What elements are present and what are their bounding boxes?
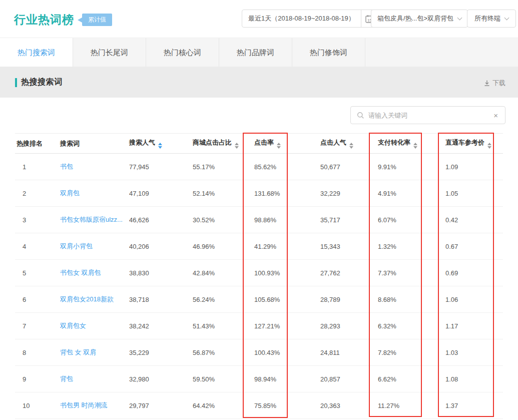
- sort-icon[interactable]: [235, 143, 239, 149]
- top-header: 行业热词榜 累计值 最近1天（2018-08-19~2018-08-19） 15…: [0, 0, 518, 38]
- keyword-link[interactable]: 双肩包: [60, 189, 80, 197]
- cell-keyword: 双肩包女2018新款: [60, 286, 129, 313]
- keyword-link[interactable]: 背包 女 双肩: [60, 348, 96, 356]
- tab-1[interactable]: 热门长尾词: [73, 38, 146, 67]
- date-range-picker[interactable]: 最近1天（2018-08-19~2018-08-19） 15: [242, 10, 378, 28]
- chevron-down-icon: [504, 15, 509, 20]
- tab-0[interactable]: 热门搜索词: [0, 38, 73, 67]
- keyword-link[interactable]: 书包女韩版原宿ulzz...: [60, 216, 123, 223]
- terminal-text: 所有终端: [474, 14, 500, 23]
- table-row: 4双肩小背包40,20646.96%41.29%15,3431.32%0.67: [15, 233, 503, 260]
- cell-ztc_price: 1.05: [445, 180, 503, 207]
- cell-keyword: 书包男 时尚潮流: [60, 392, 129, 419]
- cell-search_volume: 38,830: [129, 260, 193, 286]
- column-header-mall_click_ratio[interactable]: 商城点击占比: [193, 134, 254, 154]
- cell-pay_conversion: 7.37%: [378, 260, 445, 286]
- cell-click_rate: 98.94%: [254, 366, 320, 392]
- keyword-link[interactable]: 双肩包女: [60, 322, 86, 329]
- cell-search_volume: 38,242: [129, 313, 193, 339]
- cell-search_volume: 35,229: [129, 339, 193, 366]
- cell-keyword: 书包: [60, 154, 129, 180]
- cell-ztc_price: 1.09: [445, 154, 503, 180]
- column-label: 搜索人气: [129, 139, 155, 146]
- date-range-text: 最近1天（2018-08-19~2018-08-19）: [242, 10, 361, 27]
- cell-click_rate: 41.29%: [254, 233, 320, 260]
- chevron-down-icon: [457, 15, 462, 20]
- cell-search_volume: 38,718: [129, 286, 193, 313]
- keyword-link[interactable]: 双肩小背包: [60, 242, 93, 250]
- cell-rank: 6: [15, 286, 60, 313]
- cell-click_rate: 127.21%: [254, 313, 320, 339]
- keyword-search-box: ×: [350, 106, 505, 124]
- cell-ztc_price: 0.67: [445, 233, 503, 260]
- keyword-link[interactable]: 书包男 时尚潮流: [60, 401, 108, 409]
- cell-keyword: 书包女韩版原宿ulzz...: [60, 207, 129, 233]
- cell-click_volume: 20,363: [320, 392, 378, 419]
- download-button[interactable]: 下载: [483, 79, 505, 88]
- column-header-ztc_price[interactable]: 直通车参考价: [445, 134, 503, 154]
- sort-icon[interactable]: [487, 143, 491, 149]
- search-input[interactable]: [368, 112, 492, 119]
- column-header-pay_conversion[interactable]: 支付转化率: [378, 134, 445, 154]
- cell-pay_conversion: 6.07%: [378, 207, 445, 233]
- keyword-link[interactable]: 书包女 双肩包: [60, 269, 101, 276]
- sort-icon[interactable]: [413, 143, 417, 149]
- cell-mall_click_ratio: 52.14%: [193, 180, 254, 207]
- keyword-link[interactable]: 书包: [60, 163, 73, 170]
- tab-4[interactable]: 热门修饰词: [292, 38, 365, 67]
- cell-keyword: 双肩小背包: [60, 233, 129, 260]
- tab-2[interactable]: 热门核心词: [146, 38, 219, 67]
- tab-bar-filler: [365, 38, 518, 67]
- column-header-click_volume[interactable]: 点击人气: [320, 134, 378, 154]
- tab-3[interactable]: 热门品牌词: [219, 38, 292, 67]
- cell-mall_click_ratio: 30.52%: [193, 207, 254, 233]
- cell-pay_conversion: 8.68%: [378, 286, 445, 313]
- page-title: 行业热词榜: [14, 12, 74, 28]
- cell-mall_click_ratio: 51.43%: [193, 313, 254, 339]
- cell-pay_conversion: 6.62%: [378, 366, 445, 392]
- column-label: 搜索词: [60, 140, 80, 147]
- cell-search_volume: 46,626: [129, 207, 193, 233]
- cell-mall_click_ratio: 56.87%: [193, 339, 254, 366]
- cell-search_volume: 29,797: [129, 392, 193, 419]
- table-row: 1书包77,94555.17%85.62%50,6779.91%1.09: [15, 154, 503, 180]
- cell-mall_click_ratio: 42.84%: [193, 260, 254, 286]
- cell-mall_click_ratio: 64.42%: [193, 392, 254, 419]
- cell-rank: 1: [15, 154, 60, 180]
- cell-search_volume: 40,206: [129, 233, 193, 260]
- section-band: 热搜搜索词 下载: [0, 67, 518, 98]
- sort-icon[interactable]: [158, 143, 162, 149]
- table-head-row: 热搜排名搜索词搜索人气商城点击占比点击率点击人气支付转化率直通车参考价: [15, 134, 503, 154]
- column-header-search_volume[interactable]: 搜索人气: [129, 134, 193, 154]
- cumulative-badge: 累计值: [82, 14, 112, 26]
- accent-bar: [15, 78, 17, 87]
- cell-click_rate: 100.93%: [254, 260, 320, 286]
- cell-click_volume: 28,789: [320, 286, 378, 313]
- cell-keyword: 书包女 双肩包: [60, 260, 129, 286]
- cell-click_rate: 98.86%: [254, 207, 320, 233]
- cell-rank: 3: [15, 207, 60, 233]
- cell-rank: 10: [15, 392, 60, 419]
- cell-ztc_price: 1.03: [445, 339, 503, 366]
- keyword-link[interactable]: 双肩包女2018新款: [60, 295, 114, 303]
- terminal-dropdown[interactable]: 所有终端: [467, 10, 516, 28]
- category-dropdown[interactable]: 箱包皮具/热...包>双肩背包: [371, 10, 468, 28]
- table-row: 5书包女 双肩包38,83042.84%100.93%27,7627.37%0.…: [15, 260, 503, 286]
- download-label: 下载: [492, 79, 505, 88]
- keyword-link[interactable]: 背包: [60, 375, 73, 382]
- column-header-keyword: 搜索词: [60, 134, 129, 154]
- column-label: 商城点击占比: [193, 139, 232, 146]
- cell-click_rate: 85.62%: [254, 154, 320, 180]
- cell-rank: 7: [15, 313, 60, 339]
- column-header-click_rate[interactable]: 点击率: [254, 134, 320, 154]
- clear-icon[interactable]: ×: [492, 111, 499, 120]
- category-text: 箱包皮具/热...包>双肩背包: [377, 14, 453, 23]
- search-icon: [357, 112, 364, 119]
- cell-rank: 8: [15, 339, 60, 366]
- sort-icon[interactable]: [277, 143, 281, 149]
- cell-click_volume: 20,857: [320, 366, 378, 392]
- column-label: 直通车参考价: [445, 139, 484, 146]
- table-row: 7双肩包女38,24251.43%127.21%28,2936.32%1.17: [15, 313, 503, 339]
- cell-rank: 4: [15, 233, 60, 260]
- sort-icon[interactable]: [349, 143, 353, 149]
